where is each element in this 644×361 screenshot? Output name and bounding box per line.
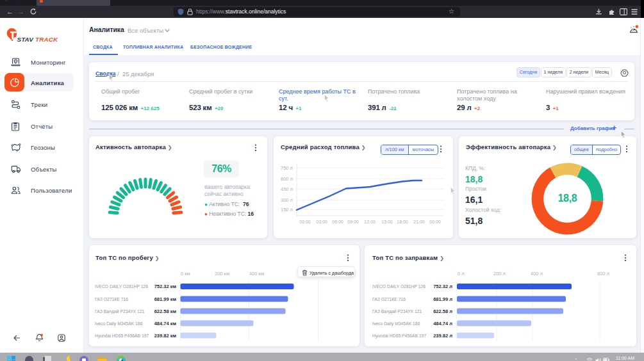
svg-text:18:00: 18:00 — [397, 220, 408, 224]
svg-text:00:00: 00:00 — [429, 220, 441, 224]
svg-text:450 л: 450 л — [281, 186, 293, 192]
svg-text:ГАЗ Валдай Р234УХ 121: ГАЗ Валдай Р234УХ 121 — [372, 309, 422, 314]
svg-text:Hyundai HD65 Р456АВ 197: Hyundai HD65 Р456АВ 197 — [372, 333, 426, 339]
svg-text:21:00: 21:00 — [413, 220, 425, 224]
svg-text:200 л: 200 л — [493, 271, 506, 277]
svg-text:ГАЗ O271КЕ 716: ГАЗ O271КЕ 716 — [372, 297, 406, 301]
svg-text:150 л: 150 л — [281, 207, 293, 213]
svg-text:681.99 л: 681.99 л — [433, 296, 452, 302]
svg-text:239.82 км: 239.82 км — [154, 333, 177, 339]
svg-text:ГАЗ O271КЕ 716: ГАЗ O271КЕ 716 — [95, 297, 128, 301]
svg-text:Hyundai HD65 Р456АВ 197: Hyundai HD65 Р456АВ 197 — [95, 333, 149, 339]
svg-text:00:00: 00:00 — [299, 220, 311, 224]
svg-text:TRACK: TRACK — [35, 36, 58, 43]
svg-text:Iveco Daily M345AK 186: Iveco Daily M345AK 186 — [95, 321, 143, 326]
svg-text:STAV: STAV — [17, 36, 34, 43]
svg-text:200 км: 200 км — [215, 271, 229, 277]
svg-text:400 км: 400 км — [249, 271, 264, 277]
svg-text:752.32 км: 752.32 км — [154, 284, 177, 289]
svg-text:06:00: 06:00 — [332, 220, 343, 224]
svg-text:IVECO DAILY O281HP 126: IVECO DAILY O281HP 126 — [95, 284, 148, 289]
svg-text:0 км: 0 км — [181, 271, 190, 277]
svg-text:622.58 км: 622.58 км — [154, 309, 177, 314]
svg-text:0 л: 0 л — [458, 271, 465, 277]
svg-text:484.74 км: 484.74 км — [154, 321, 177, 326]
svg-text:622.58 л: 622.58 л — [433, 309, 452, 314]
svg-text:400 л: 400 л — [531, 271, 543, 277]
svg-text:09:00: 09:00 — [347, 220, 359, 224]
svg-text:ГАЗ Валдай Р234УХ 121: ГАЗ Валдай Р234УХ 121 — [95, 309, 145, 314]
svg-text:300 л: 300 л — [281, 197, 293, 203]
svg-text:12:00: 12:00 — [364, 220, 376, 224]
svg-text:800 л: 800 л — [597, 271, 609, 277]
svg-text:600 л: 600 л — [281, 176, 293, 182]
svg-text:IVECO DAILY O281HP 126: IVECO DAILY O281HP 126 — [372, 284, 425, 289]
svg-text:Iveco Daily M345AK 186: Iveco Daily M345AK 186 — [372, 321, 420, 326]
svg-text:239.82 л: 239.82 л — [433, 333, 452, 339]
svg-text:681.99 км: 681.99 км — [154, 296, 177, 302]
svg-text:03:00: 03:00 — [316, 220, 327, 224]
svg-text:752.32 л: 752.32 л — [433, 284, 452, 289]
svg-text:15:00: 15:00 — [381, 220, 393, 224]
svg-text:484.74 л: 484.74 л — [433, 321, 452, 326]
svg-text:750 л: 750 л — [281, 165, 293, 171]
